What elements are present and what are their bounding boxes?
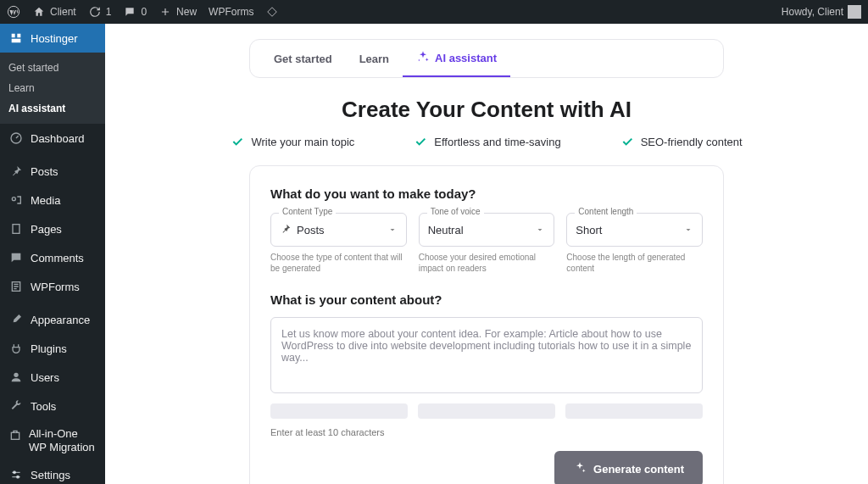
chevron-down-icon (535, 225, 545, 235)
pin-icon (280, 223, 292, 237)
box-icon (8, 427, 22, 442)
sidebar-item-comments[interactable]: Comments (0, 243, 105, 272)
plus-icon (159, 5, 172, 19)
select-value: Neutral (428, 224, 464, 236)
pin-icon (8, 164, 24, 179)
field-hint: Choose your desired emotional impact on … (419, 252, 555, 274)
sidebar-item-label: Dashboard (31, 132, 85, 145)
check-icon (620, 135, 634, 148)
sidebar-item-aio-migration[interactable]: All-in-One WP Migration (0, 420, 105, 460)
question-title: What do you want to make today? (270, 186, 703, 201)
new-content-link[interactable]: New (159, 5, 197, 19)
wpforms-text: WPForms (209, 6, 253, 18)
skeleton (418, 403, 555, 419)
svg-rect-3 (13, 225, 19, 234)
sidebar-item-label: Plugins (31, 342, 67, 355)
sidebar-item-label: Hostinger (31, 32, 78, 45)
check-text: Write your main topic (251, 136, 354, 148)
comment-icon (123, 5, 136, 19)
brush-icon (8, 312, 24, 327)
litespeed-icon-link[interactable] (265, 5, 279, 19)
char-counter: Enter at least 10 characters (270, 427, 703, 437)
tone-select[interactable]: Neutral (419, 213, 555, 247)
content-type-select[interactable]: Posts (270, 213, 407, 247)
field-label: Tone of voice (427, 207, 484, 216)
sparkle-icon (416, 50, 430, 66)
tab-ai-assistant[interactable]: AI assistant (403, 40, 510, 77)
sidebar-item-label: Tools (31, 400, 56, 413)
select-value: Short (576, 224, 602, 236)
sidebar-item-dashboard[interactable]: Dashboard (0, 124, 105, 153)
page-title: Create Your Content with AI (105, 97, 868, 123)
content-idea-textarea[interactable]: Let us know more about your content idea… (270, 317, 703, 393)
sidebar-item-label: Pages (31, 223, 62, 236)
generate-content-button[interactable]: Generate content (554, 451, 703, 484)
sidebar-item-label: All-in-One WP Migration (29, 427, 97, 453)
select-value: Posts (297, 224, 325, 236)
tab-get-started[interactable]: Get started (260, 40, 346, 77)
sidebar-item-posts[interactable]: Posts (0, 157, 105, 186)
tab-label: AI assistant (435, 52, 497, 64)
feature-checks: Write your main topic Effortless and tim… (105, 135, 868, 148)
sidebar-sub-get-started[interactable]: Get started (0, 58, 105, 78)
sidebar-sub-ai-assistant[interactable]: AI assistant (0, 98, 105, 119)
field-label: Content Type (279, 207, 336, 216)
check-item: Effortless and time-saving (414, 135, 560, 148)
tabs-card: Get started Learn AI assistant (249, 39, 724, 78)
comments-link[interactable]: 0 (123, 5, 147, 19)
account-link[interactable]: Howdy, Client (782, 5, 861, 19)
sidebar-item-wpforms[interactable]: WPForms (0, 272, 105, 301)
sidebar-item-plugins[interactable]: Plugins (0, 334, 105, 363)
svg-point-5 (14, 373, 18, 377)
sidebar-item-label: Users (31, 371, 59, 384)
wordpress-icon (7, 5, 20, 19)
check-item: Write your main topic (231, 135, 354, 148)
page-icon (8, 221, 24, 236)
svg-point-2 (12, 197, 15, 201)
check-icon (231, 135, 244, 148)
check-item: SEO-friendly content (620, 135, 743, 148)
update-icon (88, 5, 102, 19)
sidebar-sub-learn[interactable]: Learn (0, 78, 105, 98)
dashboard-icon (8, 131, 24, 146)
site-name-text: Client (50, 6, 76, 18)
site-name-link[interactable]: Client (32, 5, 76, 19)
tab-label: Get started (274, 53, 332, 65)
wp-logo[interactable] (7, 5, 20, 19)
tab-learn[interactable]: Learn (346, 40, 403, 77)
diamond-icon (265, 5, 279, 19)
check-icon (414, 135, 427, 148)
home-icon (32, 5, 46, 19)
document-icon (8, 279, 24, 294)
sidebar-item-pages[interactable]: Pages (0, 214, 105, 243)
length-select[interactable]: Short (566, 213, 703, 247)
updates-count: 1 (106, 6, 112, 18)
length-field: Content length Short Choose the length o… (566, 213, 703, 274)
sidebar-item-hostinger[interactable]: Hostinger (0, 24, 105, 53)
sidebar-item-appearance[interactable]: Appearance (0, 305, 105, 334)
wrench-icon (8, 398, 24, 414)
tab-label: Learn (359, 53, 389, 65)
button-label: Generate content (593, 463, 684, 476)
skeleton (565, 403, 703, 419)
updates-link[interactable]: 1 (88, 5, 112, 19)
hostinger-icon (8, 31, 24, 46)
chevron-down-icon (683, 225, 693, 235)
howdy-text: Howdy, Client (782, 6, 843, 18)
sparkle-icon (573, 461, 587, 477)
sidebar-item-media[interactable]: Media (0, 186, 105, 214)
content-type-field: Content Type Posts Choose the type of co… (270, 213, 407, 274)
sidebar-item-tools[interactable]: Tools (0, 392, 105, 420)
sidebar-item-label: Comments (31, 252, 84, 264)
sidebar-item-users[interactable]: Users (0, 363, 105, 392)
comment-icon (8, 250, 24, 265)
wpforms-link[interactable]: WPForms (209, 6, 253, 18)
sidebar-item-label: Media (31, 194, 60, 207)
suggestion-skeletons (270, 403, 703, 419)
svg-point-8 (17, 476, 19, 479)
tone-field: Tone of voice Neutral Choose your desire… (419, 213, 555, 274)
sidebar-item-settings[interactable]: Settings (0, 460, 105, 484)
comments-count: 0 (141, 6, 147, 18)
sidebar-item-label: WPForms (31, 281, 80, 293)
media-icon (8, 192, 24, 208)
